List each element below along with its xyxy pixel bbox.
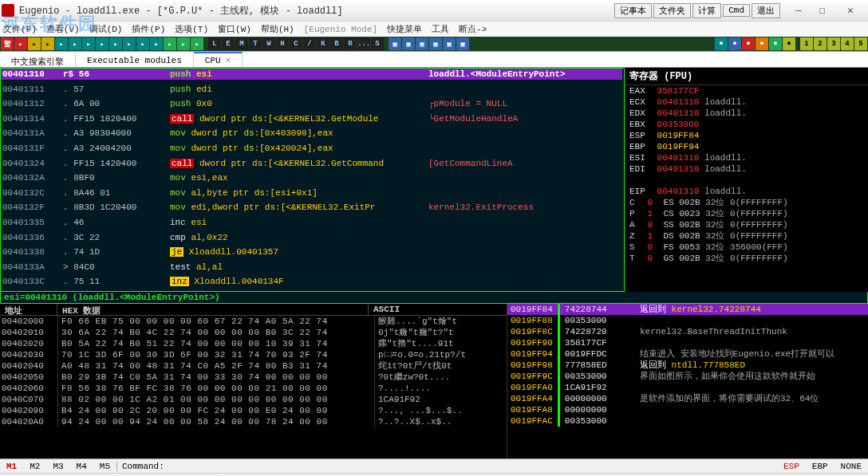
ext-calc-button[interactable]: 计算 xyxy=(692,3,721,18)
disasm-cell[interactable] xyxy=(427,276,622,287)
ext-folder-button[interactable]: 文件夹 xyxy=(653,3,691,18)
disasm-cell[interactable] xyxy=(427,232,622,243)
disasm-cell[interactable]: call dword ptr ds:[<&KERNEL32.GetModule xyxy=(168,113,427,124)
menu-debug[interactable]: 调试(D) xyxy=(89,23,123,35)
disasm-cell[interactable]: cmp al,0x22 xyxy=(168,232,427,243)
tb-btn-2[interactable]: ▸ xyxy=(41,37,54,50)
tb-pause-icon[interactable]: 暂 xyxy=(1,37,14,50)
disasm-cell[interactable]: . 57 xyxy=(61,84,168,95)
tab-executable-modules[interactable]: Executable modules xyxy=(76,52,194,67)
disasm-cell[interactable]: . FF15 1820400 xyxy=(61,113,168,124)
tb-letter-B[interactable]: B xyxy=(330,37,343,50)
disasm-cell[interactable] xyxy=(427,187,622,199)
disasm-cell[interactable]: 00401336 xyxy=(1,232,61,243)
ext-notepad-button[interactable]: 记事本 xyxy=(614,3,652,18)
stack-row[interactable]: 0019FF8C74228720 xyxy=(507,326,637,337)
stack-info-row[interactable] xyxy=(637,415,868,427)
disasm-cell[interactable]: [GetCommandLineA xyxy=(427,158,622,169)
stack-info-row[interactable]: 返回到 kernel32.74228744 xyxy=(637,304,868,315)
flag-row[interactable]: S 0 FS 0053 32位 356000(FFF) xyxy=(625,242,868,253)
disasm-cell[interactable]: 00401312 xyxy=(1,98,61,109)
dump-row[interactable]: 0040C07088 02 00 00 1C A2 01 00 00 00 00… xyxy=(0,394,507,405)
command-input[interactable] xyxy=(169,462,777,471)
tb-btn-11[interactable]: ▸ xyxy=(164,37,176,50)
tb-letter-S[interactable]: S xyxy=(371,37,384,50)
dump-row[interactable]: 004020A094 24 00 00 94 24 00 00 58 24 00… xyxy=(0,416,507,427)
maximize-button[interactable]: ☐ xyxy=(811,2,834,18)
disasm-cell[interactable]: inc esi xyxy=(168,217,427,228)
tb-btn-4[interactable]: ▸ xyxy=(69,37,81,50)
disasm-cell[interactable]: 0040132A xyxy=(1,172,61,183)
dump-row[interactable]: 00402060F8 56 38 76 BF FC 38 76 00 00 00… xyxy=(0,383,507,394)
register-row[interactable]: ECX 00401310 loaddll. xyxy=(625,96,868,108)
stack-row[interactable]: 0019FFA800000000 xyxy=(507,404,637,415)
tb-extra-1[interactable]: ▣ xyxy=(402,37,415,50)
ext-cmd-button[interactable]: Cmd xyxy=(723,4,750,17)
flag-row[interactable]: C 0 ES 002B 32位 0(FFFFFFFF) xyxy=(625,197,868,208)
tb-btn-13[interactable]: ▸ xyxy=(191,37,203,50)
m2-button[interactable]: M2 xyxy=(23,462,46,471)
disasm-cell[interactable]: 00401314 xyxy=(1,113,61,124)
ebp-flag[interactable]: EBP xyxy=(806,462,834,471)
disasm-cell[interactable]: inz Xloaddll.0040134F xyxy=(168,276,427,287)
tb-num-1[interactable]: 1 xyxy=(800,37,813,50)
tb-extra-4[interactable]: ▣ xyxy=(443,37,456,50)
tb-num-5[interactable]: 5 xyxy=(854,37,867,50)
disasm-cell[interactable]: mov dword ptr ds:[0x420024],eax xyxy=(168,143,427,154)
tb-btn-12[interactable]: ▸ xyxy=(177,37,190,50)
tb-btn-3[interactable]: ▸ xyxy=(55,37,68,50)
dump-row[interactable]: 00402000F0 66 EB 75 00 00 00 00 60 67 22… xyxy=(0,316,507,327)
disasm-cell[interactable]: . 3C 22 xyxy=(61,232,168,243)
disasm-cell[interactable] xyxy=(427,217,622,228)
disasm-cell[interactable] xyxy=(427,246,622,258)
m4-button[interactable]: M4 xyxy=(70,462,93,471)
tb-btn-1[interactable]: ▸ xyxy=(28,37,41,50)
tb-right-1[interactable]: ● xyxy=(728,37,741,50)
disasm-cell[interactable]: . A3 24004200 xyxy=(61,143,168,154)
tb-right-4[interactable]: ● xyxy=(769,37,782,50)
stack-info-row[interactable] xyxy=(637,382,868,393)
disasm-cell[interactable]: > 84C0 xyxy=(61,262,168,273)
disasm-cell[interactable]: . 46 xyxy=(61,217,168,228)
stack-row[interactable]: 0019FF8800353000 xyxy=(507,315,637,326)
menu-help[interactable]: 帮助(H) xyxy=(261,23,294,35)
disasm-cell[interactable] xyxy=(427,84,622,95)
register-row[interactable]: ESP 0019FF84 xyxy=(625,130,868,141)
menu-breakpoints[interactable]: 断点-> xyxy=(459,23,487,35)
tb-right-5[interactable]: ● xyxy=(783,37,795,50)
tb-right-0[interactable]: ● xyxy=(715,37,728,50)
disasm-cell[interactable]: 0040132C xyxy=(1,187,61,199)
menu-plugin[interactable]: 插件(P) xyxy=(132,23,165,35)
stack-row[interactable]: 0019FF8474228744 xyxy=(507,304,637,315)
disasm-cell[interactable]: 0040132F xyxy=(1,202,61,213)
disasm-cell[interactable]: mov al,byte ptr ds:[esi+0x1] xyxy=(168,187,427,199)
tb-letter-W[interactable]: W xyxy=(262,37,275,50)
disasm-cell[interactable]: mov esi,eax xyxy=(168,172,427,183)
disasm-cell[interactable]: ┌pModule = NULL xyxy=(427,98,622,109)
register-row[interactable]: EBX 00353000 xyxy=(625,119,868,130)
tb-letter-C[interactable]: C xyxy=(290,37,302,50)
tb-extra-3[interactable]: ▣ xyxy=(429,37,442,50)
m5-button[interactable]: M5 xyxy=(93,462,116,471)
disassembly-pane[interactable]: 00401310 r$ 56 push esi loaddll.<ModuleE… xyxy=(0,68,625,292)
disasm-cell[interactable]: . A3 98304000 xyxy=(61,128,168,139)
disasm-cell[interactable]: . 74 1D xyxy=(61,246,168,258)
stack-row[interactable]: 0019FF90358177CF xyxy=(507,337,637,348)
disasm-cell[interactable]: mov edi,dword ptr ds:[<&KERNEL32.ExitPr xyxy=(168,202,427,213)
disasm-cell[interactable]: . 75 11 xyxy=(61,276,168,287)
stack-row[interactable]: 0019FFA01CA91F92 xyxy=(507,382,637,393)
tab-cpu[interactable]: CPU× xyxy=(194,52,243,67)
m1-button[interactable]: M1 xyxy=(0,462,23,471)
menu-view[interactable]: 查看(V) xyxy=(46,23,80,35)
close-button[interactable]: ✕ xyxy=(834,2,866,18)
dump-row[interactable]: 00402020B0 5A 22 74 B0 51 22 74 00 00 00… xyxy=(0,338,507,349)
tb-letter-...[interactable]: ... xyxy=(357,37,370,50)
flag-row[interactable]: Z 1 DS 002B 32位 0(FFFFFFFF) xyxy=(625,230,868,242)
disasm-cell[interactable]: 0040131F xyxy=(1,143,61,154)
stack-row[interactable]: 0019FFAC00353000 xyxy=(507,415,637,427)
register-row[interactable] xyxy=(625,175,868,186)
register-row[interactable]: EDI 00401310 loaddll. xyxy=(625,163,868,175)
disasm-cell[interactable]: push edi xyxy=(168,84,427,95)
menu-file[interactable]: 文件(F) xyxy=(3,23,37,35)
tb-extra-5[interactable]: ▣ xyxy=(456,37,469,50)
